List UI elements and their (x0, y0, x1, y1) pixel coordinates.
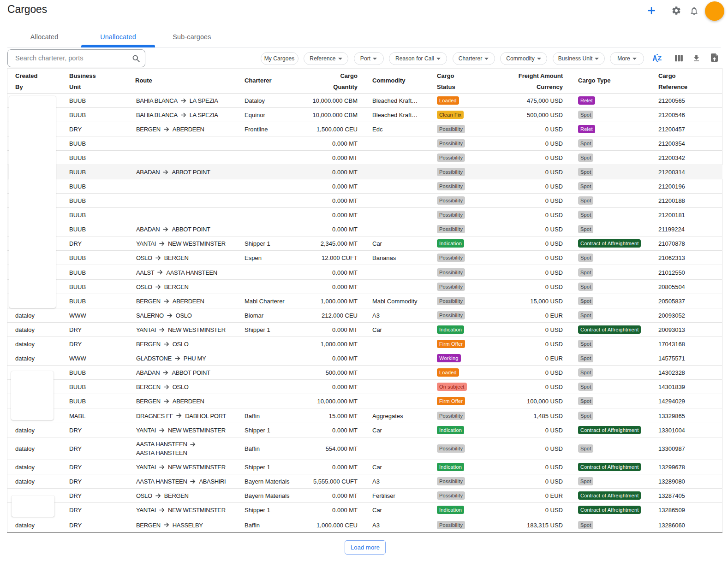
svg-text:A: A (653, 54, 657, 62)
svg-text:Z: Z (657, 54, 662, 62)
